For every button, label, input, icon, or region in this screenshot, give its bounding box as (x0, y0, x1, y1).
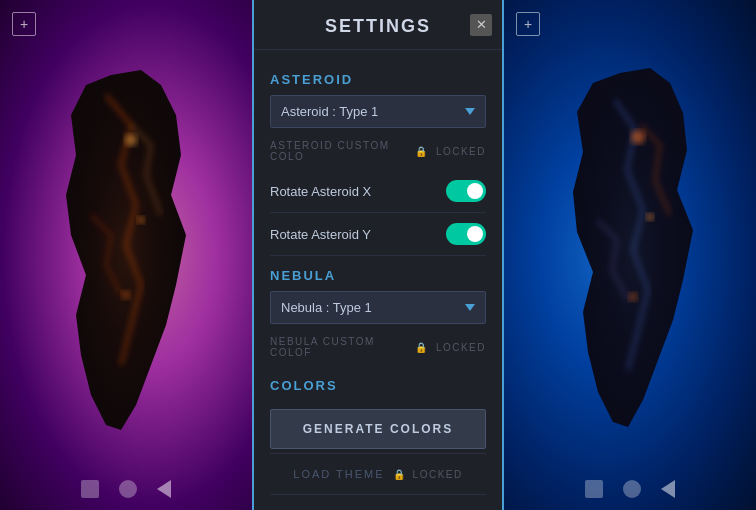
load-theme-locked: LOCKED (413, 469, 463, 480)
rotate-x-label: Rotate Asteroid X (270, 184, 371, 199)
lock-icon-load-theme: 🔒 (393, 469, 405, 480)
left-asteroid (51, 65, 201, 445)
left-square-control[interactable] (81, 480, 99, 498)
divider-2 (270, 494, 486, 495)
settings-header: SETTINGS ✕ (254, 0, 502, 50)
asteroid-custom-color-label: ASTEROID CUSTOM COLO (270, 140, 407, 162)
nebula-custom-color-label: NEBULA CUSTOM COLOF (270, 336, 407, 358)
rotate-y-label: Rotate Asteroid Y (270, 227, 371, 242)
lock-icon-asteroid: 🔒 (415, 146, 428, 157)
settings-body: ASTEROID Asteroid : Type 1 ASTEROID CUST… (254, 50, 502, 510)
divider-1 (270, 453, 486, 454)
left-panel-controls (0, 480, 252, 498)
rotate-x-row: Rotate Asteroid X (270, 170, 486, 213)
colors-section-title: COLORS (270, 378, 486, 393)
nebula-type-value: Nebula : Type 1 (281, 300, 372, 315)
right-panel-add-button[interactable]: + (516, 12, 540, 36)
asteroid-type-dropdown[interactable]: Asteroid : Type 1 (270, 95, 486, 128)
rotate-y-row: Rotate Asteroid Y (270, 213, 486, 256)
settings-close-button[interactable]: ✕ (470, 14, 492, 36)
load-theme-label: LOAD THEME (293, 468, 384, 480)
generate-colors-button[interactable]: GENERATE COLORS (270, 409, 486, 449)
left-circle-control[interactable] (119, 480, 137, 498)
asteroid-type-value: Asteroid : Type 1 (281, 104, 378, 119)
settings-panel: SETTINGS ✕ ASTEROID Asteroid : Type 1 AS… (252, 0, 504, 510)
left-panel: + (0, 0, 252, 510)
left-triangle-control[interactable] (157, 480, 171, 498)
lock-icon-nebula: 🔒 (415, 342, 428, 353)
nebula-dropdown-arrow (465, 304, 475, 311)
load-theme-row: LOAD THEME 🔒 LOCKED (270, 458, 486, 490)
rotate-y-toggle[interactable] (446, 223, 486, 245)
right-square-control[interactable] (585, 480, 603, 498)
asteroid-locked-label: LOCKED (436, 146, 486, 157)
rotate-x-toggle[interactable] (446, 180, 486, 202)
right-circle-control[interactable] (623, 480, 641, 498)
right-panel: + (504, 0, 756, 510)
right-asteroid (555, 65, 705, 445)
nebula-custom-color-row: NEBULA CUSTOM COLOF 🔒 LOCKED (270, 332, 486, 366)
right-triangle-control[interactable] (661, 480, 675, 498)
asteroid-custom-color-row: ASTEROID CUSTOM COLO 🔒 LOCKED (270, 136, 486, 170)
left-panel-add-button[interactable]: + (12, 12, 36, 36)
nebula-type-dropdown[interactable]: Nebula : Type 1 (270, 291, 486, 324)
nebula-locked-label: LOCKED (436, 342, 486, 353)
nebula-section-title: NEBULA (270, 268, 486, 283)
asteroid-dropdown-arrow (465, 108, 475, 115)
save-theme-row[interactable]: SAVE THEME (270, 499, 486, 510)
settings-title: SETTINGS (325, 16, 431, 37)
asteroid-section-title: ASTEROID (270, 72, 486, 87)
right-panel-controls (504, 480, 756, 498)
